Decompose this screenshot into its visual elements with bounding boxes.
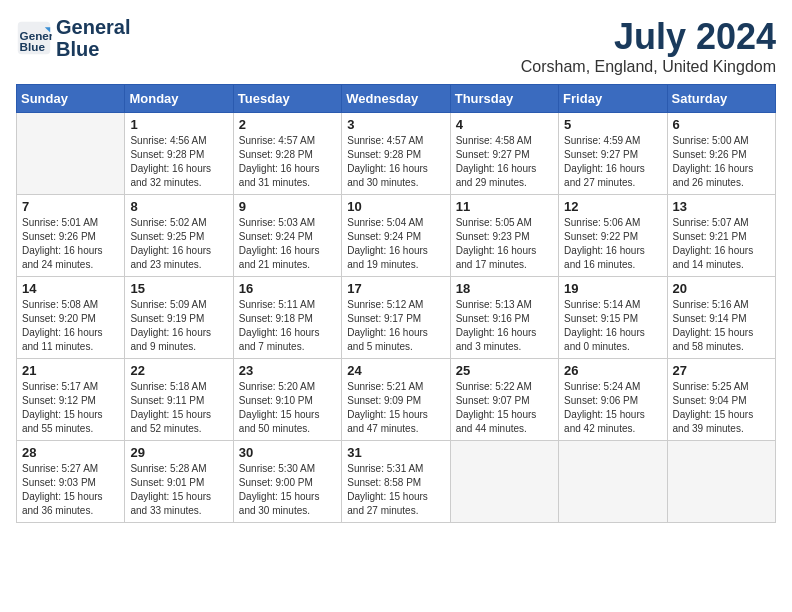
calendar-cell: 3Sunrise: 4:57 AMSunset: 9:28 PMDaylight… — [342, 113, 450, 195]
calendar-cell: 11Sunrise: 5:05 AMSunset: 9:23 PMDayligh… — [450, 195, 558, 277]
day-info: Sunrise: 5:04 AMSunset: 9:24 PMDaylight:… — [347, 216, 444, 272]
day-number: 6 — [673, 117, 770, 132]
day-info: Sunrise: 5:24 AMSunset: 9:06 PMDaylight:… — [564, 380, 661, 436]
weekday-header: Friday — [559, 85, 667, 113]
day-number: 9 — [239, 199, 336, 214]
day-info: Sunrise: 5:05 AMSunset: 9:23 PMDaylight:… — [456, 216, 553, 272]
day-info: Sunrise: 5:22 AMSunset: 9:07 PMDaylight:… — [456, 380, 553, 436]
day-info: Sunrise: 5:31 AMSunset: 8:58 PMDaylight:… — [347, 462, 444, 518]
day-number: 13 — [673, 199, 770, 214]
calendar-cell: 18Sunrise: 5:13 AMSunset: 9:16 PMDayligh… — [450, 277, 558, 359]
day-info: Sunrise: 5:28 AMSunset: 9:01 PMDaylight:… — [130, 462, 227, 518]
calendar-cell: 23Sunrise: 5:20 AMSunset: 9:10 PMDayligh… — [233, 359, 341, 441]
calendar: SundayMondayTuesdayWednesdayThursdayFrid… — [16, 84, 776, 523]
calendar-cell — [17, 113, 125, 195]
subtitle: Corsham, England, United Kingdom — [521, 58, 776, 76]
calendar-week-row: 14Sunrise: 5:08 AMSunset: 9:20 PMDayligh… — [17, 277, 776, 359]
svg-text:Blue: Blue — [20, 40, 46, 53]
calendar-cell: 17Sunrise: 5:12 AMSunset: 9:17 PMDayligh… — [342, 277, 450, 359]
day-number: 14 — [22, 281, 119, 296]
day-number: 2 — [239, 117, 336, 132]
calendar-cell: 2Sunrise: 4:57 AMSunset: 9:28 PMDaylight… — [233, 113, 341, 195]
day-info: Sunrise: 5:30 AMSunset: 9:00 PMDaylight:… — [239, 462, 336, 518]
calendar-week-row: 28Sunrise: 5:27 AMSunset: 9:03 PMDayligh… — [17, 441, 776, 523]
calendar-week-row: 7Sunrise: 5:01 AMSunset: 9:26 PMDaylight… — [17, 195, 776, 277]
day-number: 20 — [673, 281, 770, 296]
calendar-cell: 20Sunrise: 5:16 AMSunset: 9:14 PMDayligh… — [667, 277, 775, 359]
calendar-cell: 10Sunrise: 5:04 AMSunset: 9:24 PMDayligh… — [342, 195, 450, 277]
day-info: Sunrise: 5:06 AMSunset: 9:22 PMDaylight:… — [564, 216, 661, 272]
day-info: Sunrise: 5:01 AMSunset: 9:26 PMDaylight:… — [22, 216, 119, 272]
calendar-cell: 6Sunrise: 5:00 AMSunset: 9:26 PMDaylight… — [667, 113, 775, 195]
weekday-header: Wednesday — [342, 85, 450, 113]
day-info: Sunrise: 5:03 AMSunset: 9:24 PMDaylight:… — [239, 216, 336, 272]
day-info: Sunrise: 5:00 AMSunset: 9:26 PMDaylight:… — [673, 134, 770, 190]
day-number: 4 — [456, 117, 553, 132]
calendar-cell — [450, 441, 558, 523]
title-block: July 2024 Corsham, England, United Kingd… — [521, 16, 776, 76]
calendar-cell: 8Sunrise: 5:02 AMSunset: 9:25 PMDaylight… — [125, 195, 233, 277]
logo-text: General Blue — [56, 16, 130, 60]
logo-line1: General — [56, 16, 130, 38]
day-info: Sunrise: 5:02 AMSunset: 9:25 PMDaylight:… — [130, 216, 227, 272]
day-info: Sunrise: 5:18 AMSunset: 9:11 PMDaylight:… — [130, 380, 227, 436]
day-number: 28 — [22, 445, 119, 460]
calendar-cell: 12Sunrise: 5:06 AMSunset: 9:22 PMDayligh… — [559, 195, 667, 277]
calendar-week-row: 21Sunrise: 5:17 AMSunset: 9:12 PMDayligh… — [17, 359, 776, 441]
day-number: 12 — [564, 199, 661, 214]
day-info: Sunrise: 5:17 AMSunset: 9:12 PMDaylight:… — [22, 380, 119, 436]
day-info: Sunrise: 4:56 AMSunset: 9:28 PMDaylight:… — [130, 134, 227, 190]
calendar-cell: 14Sunrise: 5:08 AMSunset: 9:20 PMDayligh… — [17, 277, 125, 359]
day-number: 7 — [22, 199, 119, 214]
day-number: 23 — [239, 363, 336, 378]
day-number: 18 — [456, 281, 553, 296]
day-info: Sunrise: 5:16 AMSunset: 9:14 PMDaylight:… — [673, 298, 770, 354]
calendar-cell: 16Sunrise: 5:11 AMSunset: 9:18 PMDayligh… — [233, 277, 341, 359]
calendar-cell: 22Sunrise: 5:18 AMSunset: 9:11 PMDayligh… — [125, 359, 233, 441]
weekday-header: Saturday — [667, 85, 775, 113]
calendar-cell: 29Sunrise: 5:28 AMSunset: 9:01 PMDayligh… — [125, 441, 233, 523]
calendar-cell: 21Sunrise: 5:17 AMSunset: 9:12 PMDayligh… — [17, 359, 125, 441]
day-number: 31 — [347, 445, 444, 460]
calendar-cell: 7Sunrise: 5:01 AMSunset: 9:26 PMDaylight… — [17, 195, 125, 277]
main-title: July 2024 — [521, 16, 776, 58]
calendar-week-row: 1Sunrise: 4:56 AMSunset: 9:28 PMDaylight… — [17, 113, 776, 195]
logo-icon: General Blue — [16, 20, 52, 56]
day-number: 10 — [347, 199, 444, 214]
day-info: Sunrise: 5:14 AMSunset: 9:15 PMDaylight:… — [564, 298, 661, 354]
calendar-cell: 25Sunrise: 5:22 AMSunset: 9:07 PMDayligh… — [450, 359, 558, 441]
day-number: 15 — [130, 281, 227, 296]
day-info: Sunrise: 5:13 AMSunset: 9:16 PMDaylight:… — [456, 298, 553, 354]
weekday-header: Thursday — [450, 85, 558, 113]
calendar-header-row: SundayMondayTuesdayWednesdayThursdayFrid… — [17, 85, 776, 113]
calendar-cell: 9Sunrise: 5:03 AMSunset: 9:24 PMDaylight… — [233, 195, 341, 277]
weekday-header: Monday — [125, 85, 233, 113]
day-info: Sunrise: 5:27 AMSunset: 9:03 PMDaylight:… — [22, 462, 119, 518]
day-number: 5 — [564, 117, 661, 132]
calendar-cell — [667, 441, 775, 523]
day-number: 3 — [347, 117, 444, 132]
day-number: 29 — [130, 445, 227, 460]
calendar-cell: 1Sunrise: 4:56 AMSunset: 9:28 PMDaylight… — [125, 113, 233, 195]
day-number: 17 — [347, 281, 444, 296]
day-number: 24 — [347, 363, 444, 378]
day-info: Sunrise: 4:57 AMSunset: 9:28 PMDaylight:… — [239, 134, 336, 190]
day-number: 1 — [130, 117, 227, 132]
day-number: 21 — [22, 363, 119, 378]
header: General Blue General Blue July 2024 Cors… — [16, 16, 776, 76]
day-number: 8 — [130, 199, 227, 214]
calendar-cell: 15Sunrise: 5:09 AMSunset: 9:19 PMDayligh… — [125, 277, 233, 359]
calendar-cell: 27Sunrise: 5:25 AMSunset: 9:04 PMDayligh… — [667, 359, 775, 441]
day-number: 11 — [456, 199, 553, 214]
logo-line2: Blue — [56, 38, 99, 60]
day-info: Sunrise: 5:12 AMSunset: 9:17 PMDaylight:… — [347, 298, 444, 354]
calendar-cell: 28Sunrise: 5:27 AMSunset: 9:03 PMDayligh… — [17, 441, 125, 523]
day-info: Sunrise: 5:21 AMSunset: 9:09 PMDaylight:… — [347, 380, 444, 436]
day-number: 30 — [239, 445, 336, 460]
weekday-header: Tuesday — [233, 85, 341, 113]
calendar-cell: 5Sunrise: 4:59 AMSunset: 9:27 PMDaylight… — [559, 113, 667, 195]
calendar-cell: 4Sunrise: 4:58 AMSunset: 9:27 PMDaylight… — [450, 113, 558, 195]
day-info: Sunrise: 5:08 AMSunset: 9:20 PMDaylight:… — [22, 298, 119, 354]
day-info: Sunrise: 5:20 AMSunset: 9:10 PMDaylight:… — [239, 380, 336, 436]
day-number: 26 — [564, 363, 661, 378]
